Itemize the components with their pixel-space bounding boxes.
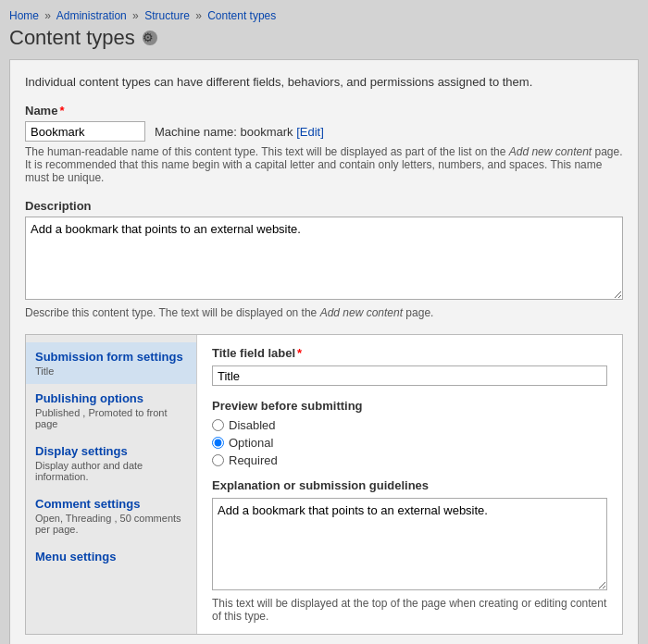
sidebar-item-publishing[interactable]: Publishing options Published , Promoted …	[26, 384, 196, 437]
guidelines-help: This text will be displayed at the top o…	[212, 597, 607, 623]
sidebar-item-submission-subtitle: Title	[35, 365, 187, 377]
breadcrumb-content-types[interactable]: Content types	[207, 9, 276, 22]
sidebar-item-comment-title[interactable]: Comment settings	[35, 497, 187, 511]
sidebar-item-comment-subtitle: Open, Threading , 50 comments per page.	[35, 513, 187, 535]
sidebar-item-submission[interactable]: Submission form settings Title	[26, 342, 196, 384]
description-help: Describe this content type. The text wil…	[25, 306, 623, 319]
sidebar-item-publishing-subtitle: Published , Promoted to front page	[35, 407, 187, 429]
sidebar-item-menu-title[interactable]: Menu settings	[35, 550, 187, 564]
preview-disabled-option[interactable]: Disabled	[212, 418, 607, 432]
preview-required-label: Required	[229, 453, 278, 467]
preview-optional-label: Optional	[229, 436, 273, 450]
title-field-label: Title field label*	[212, 346, 607, 360]
name-label: Name*	[25, 104, 623, 118]
sidebar-item-submission-title[interactable]: Submission form settings	[35, 350, 187, 364]
intro-text: Individual content types can have differ…	[25, 75, 623, 89]
preview-required-option[interactable]: Required	[212, 453, 607, 467]
name-input[interactable]	[25, 121, 145, 142]
settings-main: Title field label* Preview before submit…	[197, 335, 622, 634]
preview-label: Preview before submitting	[212, 399, 607, 413]
machine-name-text: Machine name: bookmark [Edit]	[155, 125, 324, 139]
page-title: Content types	[9, 26, 135, 50]
preview-optional-option[interactable]: Optional	[212, 436, 607, 450]
sidebar-item-display-subtitle: Display author and date information.	[35, 460, 187, 482]
guidelines-textarea[interactable]: Add a bookmark that points to an externa…	[212, 498, 607, 590]
sidebar-item-display[interactable]: Display settings Display author and date…	[26, 437, 196, 489]
title-field-section: Title field label*	[212, 346, 607, 399]
breadcrumb: Home » Administration » Structure » Cont…	[9, 9, 639, 22]
preview-section: Preview before submitting Disabled Optio…	[212, 399, 607, 467]
breadcrumb-administration[interactable]: Administration	[56, 9, 127, 22]
name-section: Name* Machine name: bookmark [Edit] The …	[25, 104, 623, 184]
breadcrumb-structure[interactable]: Structure	[144, 9, 190, 22]
name-help-text: The human-readable name of this content …	[25, 145, 623, 184]
sidebar-item-display-title[interactable]: Display settings	[35, 444, 187, 458]
description-textarea[interactable]: Add a bookmark that points to an externa…	[25, 217, 623, 300]
preview-disabled-radio[interactable]	[212, 419, 224, 431]
sidebar-item-menu[interactable]: Menu settings	[26, 542, 196, 571]
settings-sidebar: Submission form settings Title Publishin…	[26, 335, 197, 634]
preview-disabled-label: Disabled	[229, 418, 276, 432]
description-section: Description Add a bookmark that points t…	[25, 199, 623, 319]
preview-required-radio[interactable]	[212, 454, 224, 466]
preview-optional-radio[interactable]	[212, 437, 224, 449]
machine-name-edit-link[interactable]: [Edit]	[296, 125, 324, 139]
sidebar-item-comment[interactable]: Comment settings Open, Threading , 50 co…	[26, 489, 196, 542]
settings-panel: Submission form settings Title Publishin…	[25, 334, 623, 635]
title-field-input[interactable]	[212, 365, 607, 386]
sidebar-item-publishing-title[interactable]: Publishing options	[35, 391, 187, 405]
gear-icon[interactable]: ⚙	[143, 31, 157, 45]
content-area: Individual content types can have differ…	[9, 59, 639, 644]
guidelines-label: Explanation or submission guidelines	[212, 478, 607, 492]
description-label: Description	[25, 199, 623, 213]
breadcrumb-home[interactable]: Home	[9, 9, 39, 22]
guidelines-section: Explanation or submission guidelines Add…	[212, 478, 607, 623]
